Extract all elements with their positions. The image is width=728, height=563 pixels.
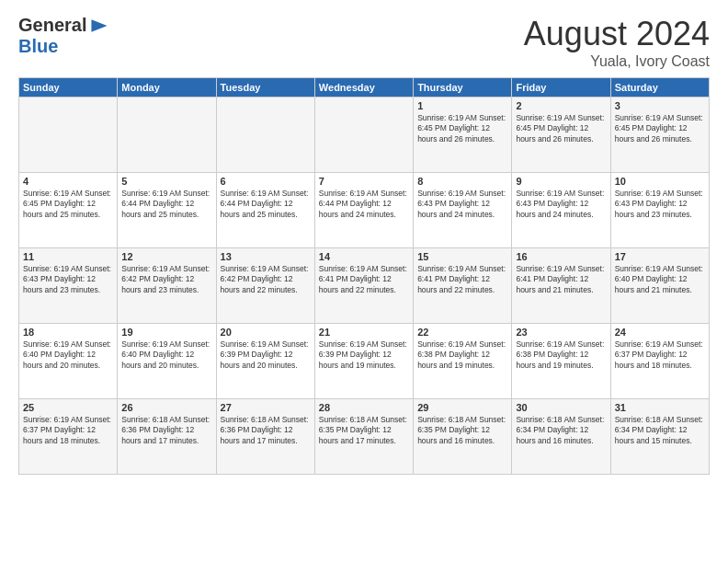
header-row: Sunday Monday Tuesday Wednesday Thursday… xyxy=(19,78,710,98)
day-number: 19 xyxy=(121,327,211,338)
header-monday: Monday xyxy=(118,78,216,98)
day-number: 1 xyxy=(417,100,507,111)
calendar-week-4: 25Sunrise: 6:19 AM Sunset: 6:37 PM Dayli… xyxy=(19,399,710,475)
header-thursday: Thursday xyxy=(414,78,512,98)
day-info: Sunrise: 6:19 AM Sunset: 6:40 PM Dayligh… xyxy=(615,264,705,295)
day-number: 7 xyxy=(319,176,409,187)
day-info: Sunrise: 6:19 AM Sunset: 6:44 PM Dayligh… xyxy=(319,189,409,220)
calendar-cell-3-6: 24Sunrise: 6:19 AM Sunset: 6:37 PM Dayli… xyxy=(610,324,709,399)
day-number: 31 xyxy=(615,402,705,413)
header-friday: Friday xyxy=(512,78,610,98)
day-info: Sunrise: 6:19 AM Sunset: 6:37 PM Dayligh… xyxy=(23,415,113,446)
calendar-cell-1-4: 8Sunrise: 6:19 AM Sunset: 6:43 PM Daylig… xyxy=(414,173,512,248)
day-info: Sunrise: 6:19 AM Sunset: 6:38 PM Dayligh… xyxy=(417,339,507,371)
day-number: 30 xyxy=(516,402,606,413)
calendar-cell-2-6: 17Sunrise: 6:19 AM Sunset: 6:40 PM Dayli… xyxy=(610,248,709,324)
day-info: Sunrise: 6:18 AM Sunset: 6:36 PM Dayligh… xyxy=(221,415,311,446)
day-number: 17 xyxy=(615,251,705,262)
calendar-cell-4-3: 28Sunrise: 6:18 AM Sunset: 6:35 PM Dayli… xyxy=(314,399,413,475)
day-info: Sunrise: 6:19 AM Sunset: 6:37 PM Dayligh… xyxy=(615,339,705,371)
day-number: 14 xyxy=(319,251,409,262)
calendar-cell-0-1 xyxy=(118,98,216,173)
day-info: Sunrise: 6:19 AM Sunset: 6:40 PM Dayligh… xyxy=(23,339,113,371)
logo-text: General xyxy=(18,15,110,36)
day-info: Sunrise: 6:19 AM Sunset: 6:41 PM Dayligh… xyxy=(417,264,507,295)
calendar-cell-4-2: 27Sunrise: 6:18 AM Sunset: 6:36 PM Dayli… xyxy=(216,399,314,475)
day-info: Sunrise: 6:19 AM Sunset: 6:41 PM Dayligh… xyxy=(319,264,409,295)
day-info: Sunrise: 6:18 AM Sunset: 6:35 PM Dayligh… xyxy=(319,415,409,446)
calendar-cell-2-1: 12Sunrise: 6:19 AM Sunset: 6:42 PM Dayli… xyxy=(118,248,216,324)
day-number: 8 xyxy=(417,176,507,187)
calendar-cell-1-2: 6Sunrise: 6:19 AM Sunset: 6:44 PM Daylig… xyxy=(216,173,314,248)
calendar-cell-2-0: 11Sunrise: 6:19 AM Sunset: 6:43 PM Dayli… xyxy=(19,248,118,324)
day-info: Sunrise: 6:19 AM Sunset: 6:42 PM Dayligh… xyxy=(121,264,211,295)
logo-general: General xyxy=(18,15,86,36)
day-info: Sunrise: 6:19 AM Sunset: 6:43 PM Dayligh… xyxy=(615,189,705,220)
logo-blue-text: Blue xyxy=(18,36,110,57)
svg-marker-0 xyxy=(92,19,108,32)
calendar-cell-4-5: 30Sunrise: 6:18 AM Sunset: 6:34 PM Dayli… xyxy=(512,399,610,475)
day-number: 18 xyxy=(23,327,113,338)
calendar-week-3: 18Sunrise: 6:19 AM Sunset: 6:40 PM Dayli… xyxy=(19,324,710,399)
logo-blue-label: Blue xyxy=(18,36,58,56)
day-number: 27 xyxy=(221,402,311,413)
day-number: 12 xyxy=(121,251,211,262)
day-number: 13 xyxy=(221,251,311,262)
day-number: 16 xyxy=(516,251,606,262)
header-saturday: Saturday xyxy=(610,78,709,98)
day-number: 22 xyxy=(417,327,507,338)
month-title: August 2024 xyxy=(524,15,710,53)
calendar-cell-3-0: 18Sunrise: 6:19 AM Sunset: 6:40 PM Dayli… xyxy=(19,324,118,399)
day-number: 24 xyxy=(615,327,705,338)
logo: General Blue xyxy=(18,15,110,57)
calendar-cell-0-3 xyxy=(314,98,413,173)
calendar-cell-1-3: 7Sunrise: 6:19 AM Sunset: 6:44 PM Daylig… xyxy=(314,173,413,248)
day-number: 9 xyxy=(516,176,606,187)
day-info: Sunrise: 6:19 AM Sunset: 6:39 PM Dayligh… xyxy=(221,339,311,371)
day-number: 3 xyxy=(615,100,705,111)
day-number: 6 xyxy=(221,176,311,187)
day-info: Sunrise: 6:19 AM Sunset: 6:45 PM Dayligh… xyxy=(23,189,113,220)
calendar-cell-4-1: 26Sunrise: 6:18 AM Sunset: 6:36 PM Dayli… xyxy=(118,399,216,475)
day-info: Sunrise: 6:19 AM Sunset: 6:42 PM Dayligh… xyxy=(221,264,311,295)
day-info: Sunrise: 6:19 AM Sunset: 6:43 PM Dayligh… xyxy=(516,189,606,220)
calendar-cell-4-6: 31Sunrise: 6:18 AM Sunset: 6:34 PM Dayli… xyxy=(610,399,709,475)
calendar-cell-2-2: 13Sunrise: 6:19 AM Sunset: 6:42 PM Dayli… xyxy=(216,248,314,324)
calendar-cell-3-2: 20Sunrise: 6:19 AM Sunset: 6:39 PM Dayli… xyxy=(216,324,314,399)
calendar-cell-1-5: 9Sunrise: 6:19 AM Sunset: 6:43 PM Daylig… xyxy=(512,173,610,248)
day-info: Sunrise: 6:19 AM Sunset: 6:41 PM Dayligh… xyxy=(516,264,606,295)
title-section: August 2024 Yuala, Ivory Coast xyxy=(524,15,710,70)
day-number: 11 xyxy=(23,251,113,262)
day-number: 25 xyxy=(23,402,113,413)
calendar-cell-4-0: 25Sunrise: 6:19 AM Sunset: 6:37 PM Dayli… xyxy=(19,399,118,475)
day-info: Sunrise: 6:18 AM Sunset: 6:34 PM Dayligh… xyxy=(516,415,606,446)
day-info: Sunrise: 6:19 AM Sunset: 6:38 PM Dayligh… xyxy=(516,339,606,371)
day-number: 2 xyxy=(516,100,606,111)
day-info: Sunrise: 6:19 AM Sunset: 6:44 PM Dayligh… xyxy=(121,189,211,220)
day-number: 5 xyxy=(121,176,211,187)
calendar-cell-1-0: 4Sunrise: 6:19 AM Sunset: 6:45 PM Daylig… xyxy=(19,173,118,248)
day-number: 15 xyxy=(417,251,507,262)
day-number: 23 xyxy=(516,327,606,338)
calendar-body: 1Sunrise: 6:19 AM Sunset: 6:45 PM Daylig… xyxy=(19,98,710,475)
calendar-cell-2-3: 14Sunrise: 6:19 AM Sunset: 6:41 PM Dayli… xyxy=(314,248,413,324)
calendar-week-1: 4Sunrise: 6:19 AM Sunset: 6:45 PM Daylig… xyxy=(19,173,710,248)
calendar-cell-1-1: 5Sunrise: 6:19 AM Sunset: 6:44 PM Daylig… xyxy=(118,173,216,248)
day-info: Sunrise: 6:19 AM Sunset: 6:45 PM Dayligh… xyxy=(516,113,606,144)
header-sunday: Sunday xyxy=(19,78,118,98)
day-info: Sunrise: 6:18 AM Sunset: 6:34 PM Dayligh… xyxy=(615,415,705,446)
calendar-cell-0-2 xyxy=(216,98,314,173)
day-number: 21 xyxy=(319,327,409,338)
calendar-cell-3-1: 19Sunrise: 6:19 AM Sunset: 6:40 PM Dayli… xyxy=(118,324,216,399)
calendar-cell-3-3: 21Sunrise: 6:19 AM Sunset: 6:39 PM Dayli… xyxy=(314,324,413,399)
calendar-cell-1-6: 10Sunrise: 6:19 AM Sunset: 6:43 PM Dayli… xyxy=(610,173,709,248)
subtitle: Yuala, Ivory Coast xyxy=(524,53,710,70)
calendar-table: Sunday Monday Tuesday Wednesday Thursday… xyxy=(18,77,710,475)
calendar-cell-3-5: 23Sunrise: 6:19 AM Sunset: 6:38 PM Dayli… xyxy=(512,324,610,399)
calendar-cell-0-0 xyxy=(19,98,118,173)
day-info: Sunrise: 6:19 AM Sunset: 6:43 PM Dayligh… xyxy=(23,264,113,295)
page: General Blue August 2024 Yuala, Ivory Co… xyxy=(0,0,728,563)
day-info: Sunrise: 6:19 AM Sunset: 6:45 PM Dayligh… xyxy=(417,113,507,144)
day-info: Sunrise: 6:19 AM Sunset: 6:40 PM Dayligh… xyxy=(121,339,211,371)
day-info: Sunrise: 6:19 AM Sunset: 6:39 PM Dayligh… xyxy=(319,339,409,371)
